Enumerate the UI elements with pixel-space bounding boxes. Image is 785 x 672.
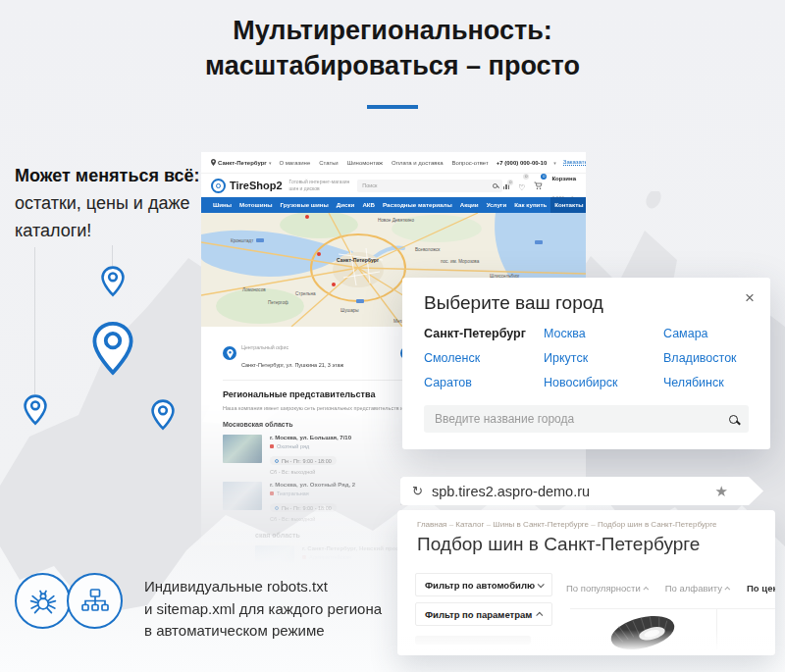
title-underline — [367, 105, 418, 109]
compare-count-badge: 0 — [507, 180, 513, 185]
tireshop-logo-icon[interactable] — [211, 179, 226, 193]
office-photo — [223, 435, 262, 463]
location-pin-icon — [211, 159, 216, 166]
nav-item-disks[interactable]: Диски — [333, 197, 359, 213]
city-link-samara[interactable]: Самара — [663, 327, 783, 340]
breadcrumb-catalog[interactable]: Каталог — [446, 520, 484, 529]
filter-by-car-accordion[interactable]: Фильтр по автомобилю — [415, 573, 552, 596]
city-search-input[interactable] — [435, 412, 729, 426]
page-title-line1: Мультирегиональность: — [233, 16, 552, 45]
pin-connector-line — [112, 245, 113, 266]
left-note-rest: остатки, цены и даже каталоги! — [15, 193, 189, 240]
city-link-saratov[interactable]: Саратов — [424, 376, 544, 389]
bookmark-star-icon[interactable]: ★ — [715, 483, 728, 500]
clock-icon — [275, 459, 279, 463]
metro-icon — [302, 555, 306, 559]
sitemap-icon — [80, 587, 110, 616]
office-address[interactable]: г. Москва, ул. Охотный Ряд, 2 — [270, 482, 355, 488]
favorites-count-badge: 0 — [523, 174, 529, 180]
site-logo-tagline: Готовый интернет-магазин шин и дисков — [289, 179, 350, 192]
heart-icon: ♡ — [518, 183, 525, 192]
svg-text:Ломоносов: Ломоносов — [242, 287, 266, 292]
browser-address-bar[interactable]: ↻ spb.tires2.aspro-demo.ru ★ — [400, 477, 763, 505]
city-search — [424, 405, 749, 433]
chevron-down-icon: ▾ — [553, 160, 556, 166]
city-link-irkutsk[interactable]: Иркутск — [544, 351, 663, 365]
city-link-moscow[interactable]: Москва — [544, 327, 663, 340]
compare-button[interactable]: 0 — [503, 182, 510, 189]
topbar-phone: +7 (000) 000-00-10 — [497, 160, 548, 166]
close-icon[interactable]: × — [745, 288, 755, 308]
sort-by-popularity[interactable]: По популярности — [566, 583, 649, 594]
chevron-up-icon — [724, 586, 730, 592]
city-link-spb[interactable]: Санкт-Петербург — [424, 327, 544, 340]
filter-by-params-accordion[interactable]: Фильтр по параметрам — [415, 602, 552, 626]
chevron-down-icon — [538, 581, 545, 588]
sort-by-alphabet[interactable]: По алфавиту — [665, 583, 730, 594]
nav-item-promo[interactable]: Акции — [456, 197, 483, 213]
nav-item-akb[interactable]: АКБ — [358, 197, 379, 213]
breadcrumb-home[interactable]: Главная — [417, 520, 446, 529]
left-note-bold: Может меняться всё: — [15, 166, 200, 185]
breadcrumb-tires[interactable]: Шины в Санкт-Петербурге — [484, 520, 589, 529]
map-marker — [305, 215, 309, 219]
chevron-up-icon — [643, 586, 649, 592]
svg-text:пос. им. Морозова: пос. им. Морозова — [441, 259, 480, 264]
nav-item-services[interactable]: Услуги — [483, 197, 511, 213]
nav-item-moto[interactable]: Мотошины — [236, 197, 277, 213]
city-link-smolensk[interactable]: Смоленск — [424, 351, 544, 365]
topbar-link-articles[interactable]: Статьи — [319, 160, 338, 166]
search-icon[interactable] — [729, 415, 738, 424]
site-logo-name[interactable]: TireShop2 — [230, 180, 283, 191]
svg-text:Шушары: Шушары — [340, 308, 359, 313]
city-link-vladivostok[interactable]: Владивосток — [663, 351, 783, 365]
clock-icon — [275, 506, 279, 510]
map-pin-icon — [100, 266, 126, 297]
url-text[interactable]: spb.tires2.aspro-demo.ru — [432, 484, 590, 499]
topbar-link-delivery[interactable]: Оплата и доставка — [392, 160, 443, 166]
nav-item-howto[interactable]: Как купить — [510, 197, 550, 213]
pin-connector-line — [34, 247, 35, 394]
map-marker — [332, 283, 336, 286]
contact-office: Центральный офис Санкт-Петербург, ул. Пу… — [223, 336, 343, 371]
office-address[interactable]: г. Москва, ул. Большая, 7/10 — [270, 435, 351, 440]
topbar-links: О магазине Статьи Шиномонтаж Оплата и до… — [279, 160, 488, 166]
topbar-link-about[interactable]: О магазине — [279, 160, 310, 166]
refresh-icon[interactable]: ↻ — [412, 484, 423, 498]
nav-item-contacts[interactable]: Контакты — [550, 197, 586, 213]
city-link-chelyabinsk[interactable]: Челябинск — [663, 376, 783, 389]
feature-text: Индивидуальные robots.txt и sitemap.xml … — [144, 576, 382, 643]
search-icon[interactable] — [493, 183, 497, 188]
tire-product-image[interactable] — [605, 610, 680, 655]
catalog-panel: ГлавнаяКаталогШины в Санкт-ПетербургеПод… — [397, 510, 775, 655]
cart-button[interactable]: 0 — [534, 177, 543, 194]
page: Мультирегиональность: масштабироваться –… — [0, 0, 785, 672]
sort-by-price[interactable]: По цене — [747, 583, 775, 594]
nav-item-consumables[interactable]: Расходные материалы — [379, 197, 456, 213]
topbar-link-faq[interactable]: Вопрос-ответ — [452, 160, 489, 166]
chevron-down-icon: ▾ — [269, 160, 272, 166]
office-photo — [223, 482, 262, 510]
site-search-input[interactable]: Поиск — [357, 180, 502, 192]
page-title: Мультирегиональность: масштабироваться –… — [0, 13, 785, 84]
favorites-button[interactable]: ♡ 0 — [518, 177, 525, 194]
page-title-line2: масштабироваться – просто — [205, 51, 580, 80]
metro-icon — [270, 444, 274, 448]
city-link-novosibirsk[interactable]: Новосибирск — [544, 376, 663, 389]
spider-icon — [27, 586, 59, 617]
nav-item-tires[interactable]: Шины — [209, 197, 236, 213]
topbar-link-fitting[interactable]: Шиномонтаж — [347, 160, 383, 166]
nav-item-truck[interactable]: Грузовые шины — [277, 197, 333, 213]
svg-text:Петергоф: Петергоф — [268, 300, 288, 305]
map-marker — [317, 252, 321, 256]
metro-icon — [270, 491, 274, 495]
faded-filter-placeholder — [415, 636, 531, 645]
location-pin-icon — [223, 346, 236, 360]
topbar-city-selector[interactable]: Санкт-Петербург ▾ — [211, 159, 271, 166]
site-header: TireShop2 Готовый интернет-магазин шин и… — [201, 174, 586, 197]
map-pin-icon — [23, 394, 48, 426]
callback-link[interactable]: Заказать звонок — [563, 159, 586, 166]
catalog-title: Подбор шин в Санкт-Петербурге — [417, 534, 700, 555]
map-pin-icon-large — [90, 321, 135, 377]
sitemap-feature-circle — [67, 573, 123, 629]
